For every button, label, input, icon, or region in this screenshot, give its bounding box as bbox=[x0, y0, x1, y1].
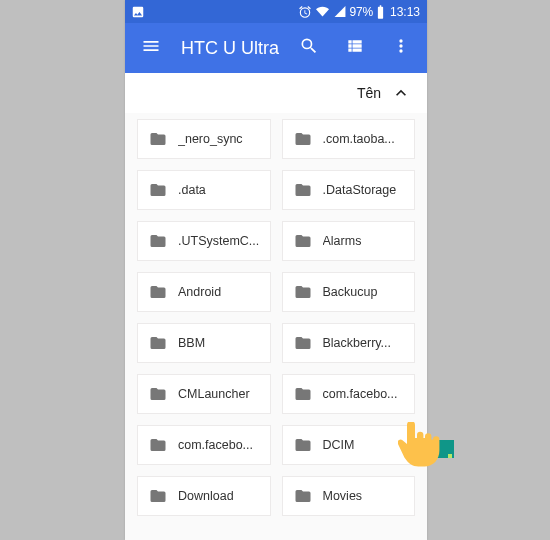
folder-icon bbox=[148, 130, 168, 148]
folder-card[interactable]: com.facebo... bbox=[282, 374, 416, 414]
folder-name: Movies bbox=[323, 489, 405, 503]
folder-icon bbox=[148, 487, 168, 505]
folder-icon bbox=[148, 181, 168, 199]
folder-card[interactable]: DCIM bbox=[282, 425, 416, 465]
folder-name: com.facebo... bbox=[178, 438, 260, 452]
folder-name: Download bbox=[178, 489, 260, 503]
folder-name: .com.taoba... bbox=[323, 132, 405, 146]
folder-card[interactable]: Blackberry... bbox=[282, 323, 416, 363]
image-icon bbox=[131, 5, 145, 19]
folder-icon bbox=[148, 283, 168, 301]
folder-name: CMLauncher bbox=[178, 387, 260, 401]
folder-card[interactable]: com.facebo... bbox=[137, 425, 271, 465]
folder-card[interactable]: .DataStorage bbox=[282, 170, 416, 210]
svg-rect-0 bbox=[432, 440, 454, 458]
search-icon bbox=[299, 36, 319, 60]
overflow-button[interactable] bbox=[383, 30, 419, 66]
view-toggle-button[interactable] bbox=[337, 30, 373, 66]
folder-card[interactable]: CMLauncher bbox=[137, 374, 271, 414]
folder-grid-area: _nero_sync.com.taoba....data.DataStorage… bbox=[125, 113, 427, 540]
folder-card[interactable]: Android bbox=[137, 272, 271, 312]
folder-card[interactable]: _nero_sync bbox=[137, 119, 271, 159]
phone-screen: 97% 13:13 HTC U Ultra bbox=[125, 0, 427, 540]
folder-name: _nero_sync bbox=[178, 132, 260, 146]
folder-name: Blackberry... bbox=[323, 336, 405, 350]
folder-icon bbox=[293, 487, 313, 505]
wifi-icon bbox=[315, 5, 330, 18]
folder-card[interactable]: .UTSystemC... bbox=[137, 221, 271, 261]
folder-icon bbox=[293, 232, 313, 250]
folder-name: DCIM bbox=[323, 438, 405, 452]
svg-rect-1 bbox=[448, 454, 452, 458]
folder-icon bbox=[293, 385, 313, 403]
folder-name: Alarms bbox=[323, 234, 405, 248]
folder-icon bbox=[148, 232, 168, 250]
sort-label: Tên bbox=[357, 85, 381, 101]
folder-name: com.facebo... bbox=[323, 387, 405, 401]
app-bar: HTC U Ultra bbox=[125, 23, 427, 73]
status-bar: 97% 13:13 bbox=[125, 0, 427, 23]
menu-button[interactable] bbox=[133, 30, 169, 66]
folder-name: .data bbox=[178, 183, 260, 197]
alarm-icon bbox=[298, 5, 312, 19]
search-button[interactable] bbox=[291, 30, 327, 66]
folder-icon bbox=[148, 436, 168, 454]
battery-icon bbox=[376, 5, 385, 19]
signal-icon bbox=[333, 5, 347, 18]
folder-name: Backucup bbox=[323, 285, 405, 299]
clock-text: 13:13 bbox=[390, 5, 420, 19]
folder-icon bbox=[293, 436, 313, 454]
folder-card[interactable]: BBM bbox=[137, 323, 271, 363]
folder-card[interactable]: .data bbox=[137, 170, 271, 210]
folder-card[interactable]: Backucup bbox=[282, 272, 416, 312]
folder-card[interactable]: .com.taoba... bbox=[282, 119, 416, 159]
folder-name: .DataStorage bbox=[323, 183, 405, 197]
folder-card[interactable]: Alarms bbox=[282, 221, 416, 261]
battery-percent: 97% bbox=[350, 5, 373, 19]
folder-grid: _nero_sync.com.taoba....data.DataStorage… bbox=[137, 119, 415, 516]
chevron-up-icon bbox=[391, 83, 411, 103]
folder-icon bbox=[293, 283, 313, 301]
hamburger-icon bbox=[141, 36, 161, 60]
folder-name: Android bbox=[178, 285, 260, 299]
app-title: HTC U Ultra bbox=[179, 38, 281, 59]
folder-name: .UTSystemC... bbox=[178, 234, 260, 248]
folder-icon bbox=[148, 334, 168, 352]
folder-card[interactable]: Download bbox=[137, 476, 271, 516]
folder-icon bbox=[293, 181, 313, 199]
folder-card[interactable]: Movies bbox=[282, 476, 416, 516]
sort-bar[interactable]: Tên bbox=[125, 73, 427, 113]
folder-icon bbox=[293, 130, 313, 148]
folder-icon bbox=[293, 334, 313, 352]
list-view-icon bbox=[345, 36, 365, 60]
folder-icon bbox=[148, 385, 168, 403]
folder-name: BBM bbox=[178, 336, 260, 350]
more-vert-icon bbox=[391, 36, 411, 60]
